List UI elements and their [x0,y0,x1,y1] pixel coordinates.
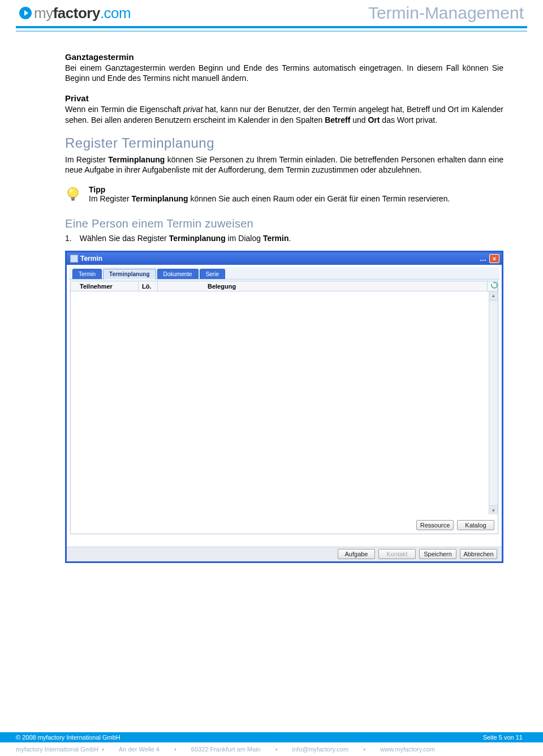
step-text: Wählen Sie das Register Terminplanung im… [80,234,291,243]
footer-bar: © 2008 myfactory International GmbH Seit… [0,732,543,742]
tab-dokumente[interactable]: Dokumente [157,269,199,279]
tip-box: Tipp Im Register Terminplanung können Si… [65,185,503,207]
footer-email: info@myfactory.com [292,746,349,753]
heading-person-zuweisen: Eine Person einem Termin zuweisen [65,217,503,230]
step-1: 1. Wählen Sie das Register Terminplanung… [65,234,503,243]
tab-serie[interactable]: Serie [200,269,225,279]
dialog-title: Termin [80,255,480,263]
text-privat: Wenn ein Termin die Eigenschaft privat h… [65,104,503,124]
page-header: myfactory.com Termin-Management [0,0,543,24]
page-footer: © 2008 myfactory International GmbH Seit… [0,732,543,756]
col-teilnehmer: Teilnehmer [76,281,139,291]
heading-ganztagestermin: Ganztagestermin [65,52,503,62]
page-number: Seite 5 von 11 [483,734,523,741]
footer-address-street: An der Welle 4 [119,746,160,753]
heading-privat: Privat [65,93,503,103]
footer-contact: myfactory International GmbH • An der We… [0,742,543,756]
footer-address-city: 60322 Frankfurt am Main [191,746,261,753]
button-row-lower: Aufgabe Kontakt Speichern Abbrechen [338,549,497,559]
refresh-icon[interactable] [488,281,498,291]
text-register-terminplanung: Im Register Terminplanung können Sie Per… [65,154,503,175]
kontakt-button: Kontakt [378,549,416,559]
katalog-button[interactable]: Katalog [457,520,494,530]
scroll-up-icon[interactable]: ▴ [489,291,498,300]
svg-point-0 [68,187,78,197]
abbrechen-button[interactable]: Abbrechen [460,549,497,559]
close-icon[interactable]: × [489,254,499,263]
ellipsis-icon[interactable]: … [480,255,487,263]
aufgabe-button[interactable]: Aufgabe [338,549,375,559]
dialog-tabs: Termin Terminplanung Dokumente Serie [69,267,499,280]
tip-text: Im Register Terminplanung können Sie auc… [89,194,503,203]
footer-web: www.myfactory.com [380,746,435,753]
participant-table: Teilnehmer Lö. Belegung ▴ ▾ Ressource Ka… [70,281,498,534]
svg-point-1 [70,189,73,193]
table-body [71,291,489,514]
speichern-button[interactable]: Speichern [419,549,456,559]
text-ganztagestermin: Bei einem Ganztagestermin werden Beginn … [65,63,503,83]
ressource-button[interactable]: Ressource [416,520,454,530]
svg-rect-3 [71,199,75,201]
tip-title: Tipp [89,185,503,194]
page-title: Termin-Management [368,3,524,23]
col-loeschen: Lö. [139,281,158,291]
lightbulb-icon [65,186,82,207]
logo-text: myfactory.com [34,5,131,22]
col-belegung: Belegung [204,281,488,291]
dialog-footer: Aufgabe Kontakt Speichern Abbrechen [67,547,502,561]
copyright: © 2008 myfactory International GmbH [16,734,120,741]
header-divider [0,26,543,32]
tab-terminplanung[interactable]: Terminplanung [103,269,156,280]
svg-rect-2 [71,197,75,199]
footer-company: myfactory International GmbH [16,746,98,753]
vertical-scrollbar[interactable]: ▴ ▾ [489,291,498,514]
logo: myfactory.com [19,5,131,22]
table-header: Teilnehmer Lö. Belegung [71,281,498,291]
scroll-down-icon[interactable]: ▾ [489,505,498,514]
step-number: 1. [65,234,72,243]
play-circle-icon [19,7,32,19]
button-row-upper: Ressource Katalog [416,520,494,530]
tab-termin[interactable]: Termin [72,269,102,279]
heading-register-terminplanung: Register Terminplanung [65,135,503,151]
dialog-titlebar: Termin … × [67,252,502,265]
window-icon [70,255,78,263]
main-content: Ganztagestermin Bei einem Ganztagestermi… [0,32,543,574]
dialog-termin-screenshot: Termin … × Termin Terminplanung Dokument… [65,251,503,563]
